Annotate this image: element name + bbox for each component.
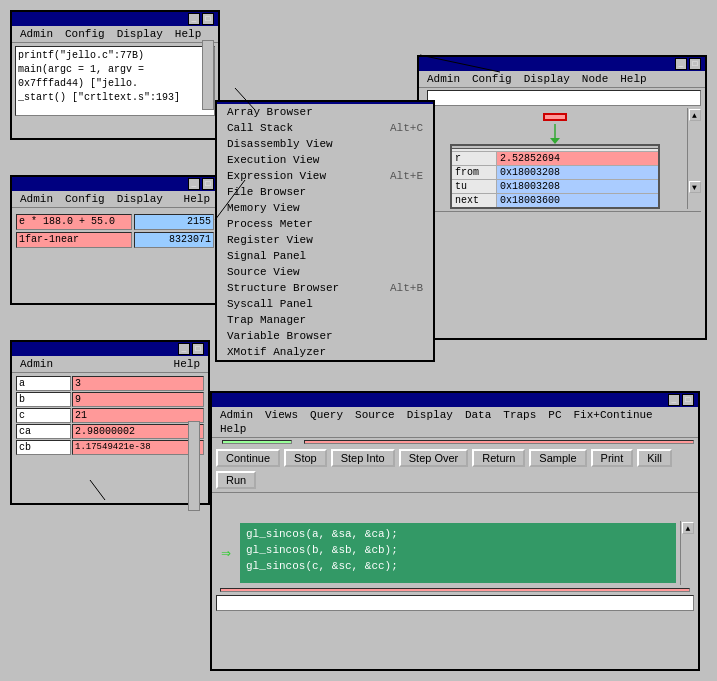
btn-return[interactable]: Return [472,449,525,467]
menu-file-browser[interactable]: File Browser [217,184,433,200]
expr-menu-help[interactable]: Help [178,192,216,206]
menu-array-browser[interactable]: Array Browser [217,104,433,120]
workshop-minimize-btn[interactable]: _ [668,394,680,406]
struct-field-from: from [452,166,497,179]
file-row [212,587,698,593]
var-headers [12,373,208,375]
menu-memory-view[interactable]: Memory View [217,200,433,216]
var-b-name: b [16,392,71,407]
btn-step-into[interactable]: Step Into [331,449,395,467]
struct-field-r: r [452,152,497,165]
titlebar-buttons: _ □ [188,13,214,25]
ws-menu-query[interactable]: Query [304,408,349,422]
maximize-btn[interactable]: □ [202,13,214,25]
struct-menu-help[interactable]: Help [614,72,652,86]
menu-display[interactable]: Display [111,27,169,41]
menu-trap-manager[interactable]: Trap Manager [217,312,433,328]
struct-menu-display[interactable]: Display [518,72,576,86]
ws-menu-data[interactable]: Data [459,408,497,422]
expr-minimize-btn[interactable]: _ [188,178,200,190]
expr-maximize-btn[interactable]: □ [202,178,214,190]
code-scrollbar[interactable]: ▲ [680,521,694,585]
struct-menu-node[interactable]: Node [576,72,614,86]
struct-maximize-btn[interactable]: □ [689,58,701,70]
btn-stop[interactable]: Stop [284,449,327,467]
expr-row2-input[interactable]: 1far-1near [16,232,132,248]
btn-run[interactable]: Run [216,471,256,489]
ws-menu-source[interactable]: Source [349,408,401,422]
call-stack-scrollbar[interactable] [202,40,214,110]
btn-print[interactable]: Print [591,449,634,467]
status-text2 [216,506,266,517]
scroll-down-btn[interactable]: ▼ [689,181,701,193]
workshop-menubar: Admin Views Query Source Display Data Tr… [212,407,698,438]
menu-admin[interactable]: Admin [14,27,59,41]
var-maximize-btn[interactable]: □ [192,343,204,355]
struct-nodes-area: r 2.52852694 from 0x18003208 tu 0x180032… [423,108,687,209]
struct-expr-input[interactable] [427,90,701,106]
ws-menu-views[interactable]: Views [259,408,304,422]
output-row [216,595,694,611]
var-minimize-btn[interactable]: _ [178,343,190,355]
struct-scrollbar-h[interactable] [423,211,701,225]
menu-help[interactable]: Help [169,27,207,41]
struct-main-area: r 2.52852694 from 0x18003208 tu 0x180032… [423,108,701,209]
var-scrollbar[interactable] [188,421,200,511]
code-line1: gl_sincos(a, &sa, &ca); [246,526,670,542]
call-stack-content: printf("jello.c":77B) main(argc = 1, arg… [15,46,215,116]
expr-menu-admin[interactable]: Admin [14,192,59,206]
struct-expr-row [419,88,705,108]
struct-scrollbar-v[interactable]: ▲ ▼ [687,108,701,209]
expr-row1-input[interactable]: e * 188.0 + 55.0 [16,214,132,230]
menu-execution-view[interactable]: Execution View [217,152,433,168]
btn-step-over[interactable]: Step Over [399,449,469,467]
struct-menu-config[interactable]: Config [466,72,518,86]
ws-menu-display[interactable]: Display [401,408,459,422]
var-menu-help[interactable]: Help [168,357,206,371]
call-stack-line2: main(argc = 1, argv = 0x7fffad44) ["jell… [18,63,212,91]
code-scroll-up[interactable]: ▲ [682,522,694,534]
ws-menu-traps[interactable]: Traps [497,408,542,422]
menu-structure-browser[interactable]: Structure BrowserAlt+B [217,280,433,296]
struct-row-r: r 2.52852694 [452,152,658,166]
struct-row-next: next 0x18003600 [452,194,658,207]
struct-menu-admin[interactable]: Admin [421,72,466,86]
minimize-btn[interactable]: _ [188,13,200,25]
file-value [220,588,690,592]
call-stack-titlebar: _ □ [12,12,218,26]
menu-signal-panel[interactable]: Signal Panel [217,248,433,264]
menu-syscall-panel[interactable]: Syscall Panel [217,296,433,312]
menu-register-view[interactable]: Register View [217,232,433,248]
structure-browser-menubar: Admin Config Display Node Help [419,71,705,88]
menu-process-meter[interactable]: Process Meter [217,216,433,232]
menu-source-view[interactable]: Source View [217,264,433,280]
ws-menu-admin[interactable]: Admin [214,408,259,422]
btn-kill[interactable]: Kill [637,449,672,467]
btn-continue[interactable]: Continue [216,449,280,467]
menu-call-stack[interactable]: Call StackAlt+C [217,120,433,136]
ws-menu-help[interactable]: Help [214,422,252,436]
menu-xmotif-analyzer[interactable]: XMotif Analyzer [217,344,433,360]
ws-menu-fix-continue[interactable]: Fix+Continue [568,408,659,422]
btn-sample[interactable]: Sample [529,449,586,467]
ws-menu-pc[interactable]: PC [542,408,567,422]
var-titlebar-buttons: _ □ [178,343,204,355]
menu-expression-view[interactable]: Expression ViewAlt+E [217,168,433,184]
workshop-maximize-btn[interactable]: □ [682,394,694,406]
svg-marker-1 [550,138,560,144]
var-cb-val: 1.17549421e-38 [72,440,204,455]
var-menu-admin[interactable]: Admin [14,357,59,371]
menu-variable-browser[interactable]: Variable Browser [217,328,433,344]
scroll-up-btn[interactable]: ▲ [689,109,701,121]
expr-menu-display[interactable]: Display [111,192,169,206]
var-c-name: c [16,408,71,423]
menu-disassembly-view[interactable]: Disassembly View [217,136,433,152]
structure-browser-titlebar: _ □ [419,57,705,71]
expr-menu-config[interactable]: Config [59,192,111,206]
var-c-val: 21 [72,408,204,423]
struct-val-next: 0x18003600 [497,194,658,207]
struct-field-next: next [452,194,497,207]
menu-config[interactable]: Config [59,27,111,41]
struct-minimize-btn[interactable]: _ [675,58,687,70]
struct-row-tu: tu 0x18003208 [452,180,658,194]
